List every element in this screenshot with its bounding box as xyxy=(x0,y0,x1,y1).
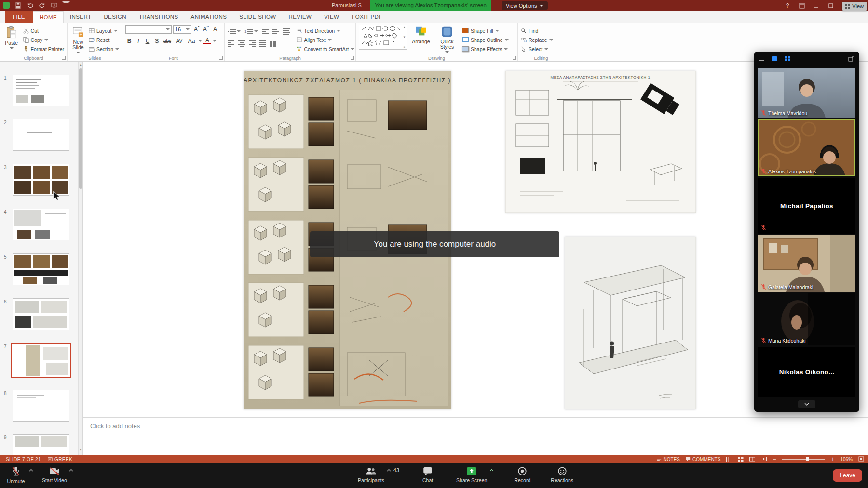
collapse-panel-button[interactable] xyxy=(798,400,815,408)
participant-video-tile[interactable]: Maria Klidouhaki xyxy=(758,293,855,345)
scroll-down-icon[interactable]: ▼ xyxy=(79,447,83,453)
arrange-button[interactable]: Arrange xyxy=(410,25,432,54)
comments-toggle-button[interactable]: COMMENTS xyxy=(686,457,720,462)
quick-access-dropdown-icon[interactable] xyxy=(62,1,70,9)
format-painter-button[interactable]: Format Painter xyxy=(23,45,64,53)
slide-canvas[interactable]: ΑΡΧΙΤΕΚΤΟΝΙΚΟΣ ΣΧΕΔΙΑΣΜΟΣ 1 ( ΠΙΝΑΚΙΔΑ Π… xyxy=(83,62,868,417)
unmute-button[interactable]: Unmute xyxy=(5,466,27,484)
notes-pane[interactable]: Click to add notes xyxy=(83,417,868,455)
tab-animations[interactable]: ANIMATIONS xyxy=(185,11,233,23)
zoom-slider-knob[interactable] xyxy=(806,457,809,461)
slide-thumbnail[interactable] xyxy=(13,390,69,422)
reading-view-button[interactable] xyxy=(749,457,755,462)
shape-outline-button[interactable]: Shape Outline xyxy=(462,36,509,44)
zoom-in-button[interactable]: + xyxy=(831,456,834,462)
slide-thumbnail-selected[interactable] xyxy=(11,343,71,378)
text-shadow-button[interactable]: S xyxy=(153,38,161,44)
participant-name-tile[interactable]: Michail Papalios xyxy=(758,178,855,234)
increase-indent-button[interactable] xyxy=(272,29,279,34)
quick-styles-button[interactable]: Quick Styles xyxy=(435,25,459,54)
slide-image-board-bottomright[interactable] xyxy=(565,237,696,409)
font-name-combobox[interactable] xyxy=(125,25,172,34)
clipboard-dialog-launcher[interactable] xyxy=(62,56,66,60)
tab-home[interactable]: HOME xyxy=(33,11,64,23)
font-size-combobox[interactable]: 16 xyxy=(173,25,191,34)
shape-effects-button[interactable]: Shape Effects xyxy=(462,45,509,53)
participants-button[interactable]: Participants xyxy=(358,466,384,483)
unmute-options-chevron-icon[interactable] xyxy=(29,468,33,473)
record-button[interactable]: Record xyxy=(511,466,533,483)
slide-thumbnail[interactable] xyxy=(13,164,69,196)
copy-button[interactable]: Copy xyxy=(23,36,64,44)
language-indicator[interactable]: GREEK xyxy=(48,457,72,462)
slide-thumbnail[interactable] xyxy=(13,434,69,455)
zoom-level[interactable]: 106% xyxy=(840,457,853,462)
redo-icon[interactable] xyxy=(38,1,46,9)
columns-button[interactable] xyxy=(270,41,277,47)
speaker-view-icon[interactable] xyxy=(771,56,778,62)
layout-button[interactable]: Layout xyxy=(89,26,119,35)
scrollbar-thumb[interactable] xyxy=(79,68,82,189)
participant-video-tile[interactable]: Galateia Malandraki xyxy=(758,235,855,292)
share-chevron-icon[interactable] xyxy=(489,468,494,473)
cut-button[interactable]: Cut xyxy=(23,26,64,35)
scroll-up-icon[interactable]: ▲ xyxy=(79,62,83,67)
section-button[interactable]: Section xyxy=(89,45,119,53)
tab-foxit-pdf[interactable]: FOXIT PDF xyxy=(345,11,388,23)
align-left-button[interactable] xyxy=(228,40,234,47)
tab-file[interactable]: FILE xyxy=(5,11,33,23)
participant-video-tile-active-speaker[interactable]: Alexios Tzompanakis xyxy=(758,119,855,176)
minimize-icon[interactable] xyxy=(813,2,820,9)
panel-popout-icon[interactable] xyxy=(848,56,854,62)
fit-slide-button[interactable] xyxy=(858,456,864,462)
bold-button[interactable]: B xyxy=(125,38,133,44)
shape-fill-button[interactable]: Shape Fill xyxy=(462,26,509,35)
chat-button[interactable]: Chat xyxy=(417,466,439,483)
start-video-button[interactable]: Start Video xyxy=(42,466,67,483)
help-icon[interactable]: ? xyxy=(784,2,791,9)
tab-design[interactable]: DESIGN xyxy=(97,11,133,23)
paste-button[interactable]: Paste xyxy=(3,25,20,54)
replace-button[interactable]: Replace xyxy=(521,36,553,44)
text-direction-button[interactable]: Text Direction xyxy=(297,26,354,35)
slide-thumbnail[interactable] xyxy=(13,75,69,106)
video-options-chevron-icon[interactable] xyxy=(69,468,73,473)
zoom-view-chip[interactable]: View xyxy=(842,2,867,11)
reset-button[interactable]: Reset xyxy=(89,36,119,44)
start-from-beginning-icon[interactable] xyxy=(50,1,58,9)
ribbon-display-options-icon[interactable] xyxy=(799,2,805,9)
tab-slide-show[interactable]: SLIDE SHOW xyxy=(233,11,282,23)
tab-review[interactable]: REVIEW xyxy=(283,11,318,23)
line-spacing-button[interactable] xyxy=(283,28,290,35)
numbering-button[interactable]: 1 xyxy=(244,29,258,34)
undo-icon[interactable] xyxy=(26,1,34,9)
shapes-gallery-scroll[interactable]: ▲▼≡ xyxy=(402,25,407,49)
notes-placeholder[interactable]: Click to add notes xyxy=(90,422,140,430)
tab-transitions[interactable]: TRANSITIONS xyxy=(133,11,185,23)
paragraph-dialog-launcher[interactable] xyxy=(351,56,354,60)
drawing-dialog-launcher[interactable] xyxy=(513,56,516,60)
slide-image-board-topright[interactable]: ΜΕΣΑ ΑΝΑΠΑΡΑΣΤΑΣΗΣ ΣΤΗΝ ΑΡΧΙΤΕΚΤΟΝΙΚΗ 1 xyxy=(505,71,696,213)
normal-view-button[interactable] xyxy=(726,457,732,462)
tab-view[interactable]: VIEW xyxy=(318,11,345,23)
thumbnail-scrollbar[interactable]: ▲ ▼ xyxy=(78,62,82,455)
font-color-button[interactable]: A xyxy=(203,38,211,44)
align-text-button[interactable]: Align Text xyxy=(297,36,354,44)
zoom-out-button[interactable]: − xyxy=(773,456,776,462)
character-spacing-button[interactable]: AV xyxy=(174,39,185,44)
slideshow-view-button[interactable] xyxy=(761,457,767,462)
slide-thumbnail[interactable] xyxy=(13,119,69,151)
bullets-button[interactable] xyxy=(228,29,241,34)
align-right-button[interactable] xyxy=(249,40,256,47)
reactions-button[interactable]: Reactions xyxy=(551,466,573,483)
select-button[interactable]: Select xyxy=(521,45,553,53)
convert-to-smartart-button[interactable]: Convert to SmartArt xyxy=(297,45,354,53)
slide-thumbnail[interactable] xyxy=(13,253,69,285)
find-button[interactable]: Find xyxy=(521,26,553,35)
justify-button[interactable] xyxy=(259,40,266,47)
zoom-slider[interactable] xyxy=(782,459,825,460)
participant-name-tile[interactable]: Nikolas Oikono... xyxy=(758,347,855,397)
clear-formatting-button[interactable]: A xyxy=(211,26,219,33)
new-slide-button[interactable]: New Slide xyxy=(70,25,86,54)
save-icon[interactable] xyxy=(14,1,22,9)
